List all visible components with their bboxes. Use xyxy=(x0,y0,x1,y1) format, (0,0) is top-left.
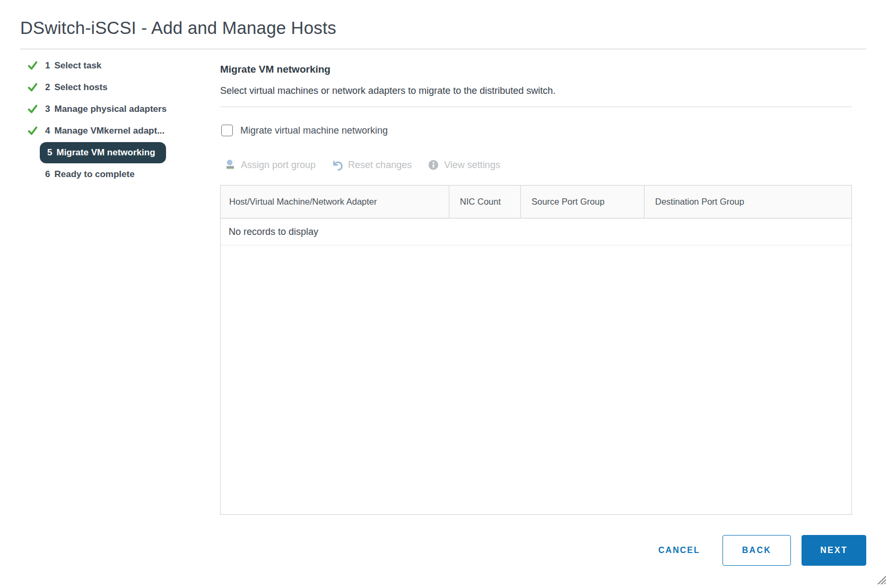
step-label: Select hosts xyxy=(54,82,107,93)
column-header-destination-port-group[interactable]: Destination Port Group xyxy=(644,186,851,218)
step-number: 1 xyxy=(45,60,50,71)
step-number: 2 xyxy=(45,82,50,93)
empty-state-message: No records to display xyxy=(229,226,318,238)
step-item-manage-physical-adapters[interactable]: 3 Manage physical adapters xyxy=(20,98,215,120)
vm-networking-grid: Host/Virtual Machine/Network Adapter NIC… xyxy=(220,185,852,515)
column-header-source-port-group[interactable]: Source Port Group xyxy=(520,186,644,218)
column-header-nic-count[interactable]: NIC Count xyxy=(449,186,520,218)
step-item-select-hosts[interactable]: 2 Select hosts xyxy=(20,76,215,98)
view-settings-icon xyxy=(428,159,439,171)
step-label: Manage physical adapters xyxy=(54,104,167,115)
back-button[interactable]: BACK xyxy=(722,535,791,566)
content-divider xyxy=(220,107,852,107)
section-heading: Migrate VM networking xyxy=(220,63,852,76)
next-button[interactable]: NEXT xyxy=(802,535,866,566)
migrate-networking-checkbox-row: Migrate virtual machine networking xyxy=(220,124,852,137)
assign-port-group-icon xyxy=(224,159,236,171)
empty-state-row: No records to display xyxy=(221,218,851,245)
migrate-vm-networking-panel: Migrate VM networking Select virtual mac… xyxy=(220,55,852,515)
assign-port-group-button[interactable]: Assign port group xyxy=(224,159,316,171)
step-number: 3 xyxy=(45,104,50,115)
grid-header-row: Host/Virtual Machine/Network Adapter NIC… xyxy=(221,186,851,218)
reset-changes-label: Reset changes xyxy=(348,160,412,171)
migrate-networking-checkbox-label[interactable]: Migrate virtual machine networking xyxy=(240,125,388,136)
reset-changes-button[interactable]: Reset changes xyxy=(332,159,412,171)
step-item-ready-to-complete[interactable]: 6 Ready to complete xyxy=(20,163,215,185)
assign-port-group-label: Assign port group xyxy=(241,160,316,171)
reset-changes-icon xyxy=(332,159,343,171)
check-icon xyxy=(27,82,38,93)
grid-toolbar: Assign port group Reset changes xyxy=(220,158,852,172)
add-and-manage-hosts-dialog: DSwitch-iSCSI - Add and Manage Hosts 1 S… xyxy=(0,0,888,588)
section-description: Select virtual machines or network adapt… xyxy=(220,84,852,97)
migrate-networking-checkbox[interactable] xyxy=(221,125,233,136)
step-label: Manage VMkernel adapt... xyxy=(54,126,164,136)
step-label: Select task xyxy=(54,60,101,71)
wizard-footer-actions: CANCEL BACK NEXT xyxy=(647,535,866,566)
check-icon xyxy=(27,60,38,72)
view-settings-label: View settings xyxy=(444,160,500,171)
check-icon xyxy=(27,125,38,137)
step-number: 4 xyxy=(45,126,50,136)
active-step-pill: 5 Migrate VM networking xyxy=(40,142,166,163)
cancel-button[interactable]: CANCEL xyxy=(647,535,712,566)
page-title: DSwitch-iSCSI - Add and Manage Hosts xyxy=(20,18,336,38)
wizard-steps-sidebar: 1 Select task 2 Select hosts 3 Manage ph… xyxy=(20,55,215,185)
grid-body-empty-area xyxy=(221,245,851,514)
step-label: Migrate VM networking xyxy=(56,147,155,159)
view-settings-button[interactable]: View settings xyxy=(428,159,500,171)
step-item-migrate-vm-networking-active[interactable]: 5 Migrate VM networking xyxy=(20,142,215,163)
title-divider xyxy=(20,49,866,49)
resize-grip-icon[interactable] xyxy=(877,575,886,584)
step-item-manage-vmkernel-adapters[interactable]: 4 Manage VMkernel adapt... xyxy=(20,120,215,142)
step-number: 5 xyxy=(47,147,52,159)
step-label: Ready to complete xyxy=(54,169,134,180)
check-icon xyxy=(27,103,38,115)
step-number: 6 xyxy=(45,169,50,180)
column-header-host-vm-adapter[interactable]: Host/Virtual Machine/Network Adapter xyxy=(221,186,449,218)
step-item-select-task[interactable]: 1 Select task xyxy=(20,55,215,76)
